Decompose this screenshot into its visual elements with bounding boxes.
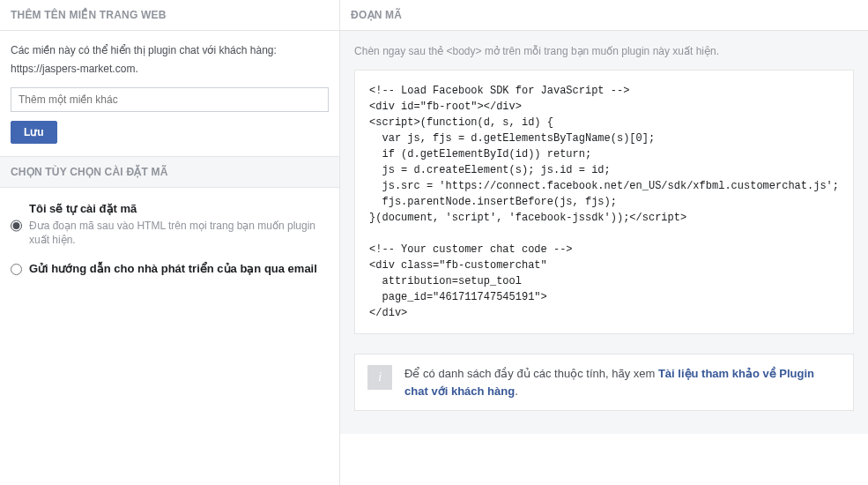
info-note: i Để có danh sách đầy đủ các thuộc tính,… [354,354,854,411]
option-email-dev-label: Gửi hướng dẫn cho nhà phát triển của bạn… [29,262,317,275]
info-icon: i [367,365,392,390]
domain-input[interactable] [11,87,329,112]
right-panel: ĐOẠN MÃ Chèn ngay sau thẻ <body> mở trên… [340,0,868,485]
option-email-dev[interactable]: Gửi hướng dẫn cho nhà phát triển của bạn… [0,255,339,282]
section-header-code: ĐOẠN MÃ [340,0,868,31]
code-snippet[interactable]: <!-- Load Facebook SDK for JavaScript --… [354,70,854,334]
install-options: Tôi sẽ tự cài đặt mã Đưa đoạn mã sau vào… [0,188,339,283]
code-help-text: Chèn ngay sau thẻ <body> mở trên mỗi tra… [354,45,854,57]
section-header-install: CHỌN TÙY CHỌN CÀI ĐẶT MÃ [0,156,339,188]
option-self-install-label: Tôi sẽ tự cài đặt mã [29,202,329,215]
domain-example: https://jaspers-market.com. [11,62,329,77]
save-button[interactable]: Lưu [11,121,57,144]
domain-form: Các miền này có thể hiển thị plugin chat… [0,31,339,156]
domain-help-text: Các miền này có thể hiển thị plugin chat… [11,43,329,58]
section-header-domain: THÊM TÊN MIỀN TRANG WEB [0,0,339,31]
info-text: Để có danh sách đầy đủ các thuộc tính, h… [404,365,841,399]
option-self-install[interactable]: Tôi sẽ tự cài đặt mã Đưa đoạn mã sau vào… [0,195,339,256]
left-panel: THÊM TÊN MIỀN TRANG WEB Các miền này có … [0,0,340,485]
radio-email-dev[interactable] [11,264,22,275]
radio-self-install[interactable] [11,204,22,249]
option-self-install-sub: Đưa đoạn mã sau vào HTML trên mọi trang … [29,219,329,249]
